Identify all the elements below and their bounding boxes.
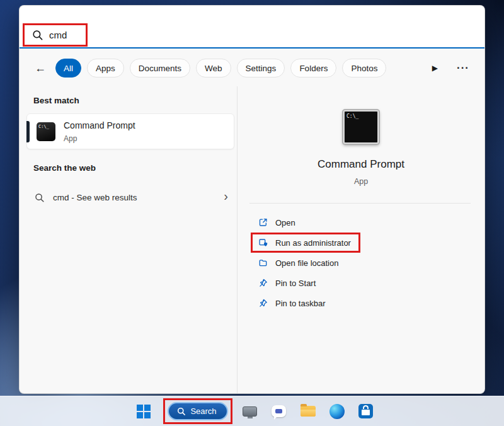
action-label: Open file location [275, 258, 338, 268]
taskbar-search-button[interactable]: Search [168, 402, 227, 420]
search-bar [20, 6, 484, 47]
command-prompt-icon-small: C:\_ [37, 122, 55, 141]
action-run-as-administrator[interactable]: Run as administrator [251, 233, 360, 253]
taskbar-icons-group: Search [134, 398, 377, 424]
action-open-file-location[interactable]: Open file location [251, 253, 348, 273]
best-match-heading: Best match [33, 96, 79, 105]
web-result-text: cmd - See web results [53, 193, 137, 202]
search-input[interactable] [49, 30, 77, 40]
tab-apps[interactable]: Apps [87, 59, 124, 78]
result-subtitle: App [64, 134, 77, 143]
search-icon [177, 407, 186, 416]
play-icon[interactable]: ▶ [432, 64, 438, 72]
tab-folders[interactable]: Folders [290, 59, 336, 78]
action-list: Open Run as administrator Open file [251, 212, 360, 313]
action-pin-to-start[interactable]: Pin to Start [251, 273, 325, 293]
search-accent-underline [20, 47, 484, 49]
back-icon[interactable]: ← [33, 62, 47, 75]
taskbar-item-file-explorer[interactable] [297, 400, 319, 423]
tab-settings[interactable]: Settings [237, 59, 285, 78]
search-web-heading: Search the web [33, 163, 96, 173]
tab-documents[interactable]: Documents [130, 59, 190, 78]
edge-icon [329, 404, 345, 419]
action-label: Run as administrator [275, 238, 351, 248]
pin-to-start-icon [258, 278, 268, 288]
result-title: Command Prompt [64, 120, 135, 130]
search-web-icon [35, 193, 45, 203]
run-as-administrator-icon [258, 238, 268, 248]
preview-pane: C:\_ Command Prompt App Open [238, 86, 484, 393]
chat-icon [272, 405, 286, 417]
annotation-box-search-query [23, 23, 88, 47]
action-label: Pin to taskbar [275, 299, 326, 308]
best-match-result[interactable]: C:\_ Command Prompt App [26, 113, 234, 149]
pin-to-taskbar-icon [258, 298, 268, 308]
taskbar-item-task-view[interactable] [239, 400, 261, 423]
filter-tabs: ← All Apps Documents Web Settings Folder… [33, 57, 386, 79]
preview-divider [249, 203, 471, 204]
taskbar-item-store[interactable] [355, 400, 377, 423]
taskbar: Search [0, 396, 504, 426]
chevron-right-icon: › [224, 189, 228, 204]
open-icon [258, 217, 268, 227]
search-icon [32, 30, 43, 41]
search-flyout-panel: ← All Apps Documents Web Settings Folder… [19, 5, 485, 394]
action-label: Open [275, 218, 295, 227]
taskbar-item-edge[interactable] [326, 400, 348, 423]
annotation-box-taskbar-search: Search [163, 398, 232, 424]
monitor-icon [243, 406, 257, 417]
windows-logo-icon [137, 405, 151, 418]
taskbar-item-chat[interactable] [268, 400, 290, 423]
web-search-result[interactable]: cmd - See web results › [26, 185, 234, 210]
action-pin-to-taskbar[interactable]: Pin to taskbar [251, 293, 335, 313]
tabs-overflow-controls: ▶ ··· [432, 57, 469, 79]
preview-subtitle: App [238, 177, 484, 186]
tab-all[interactable]: All [55, 59, 81, 78]
tab-web[interactable]: Web [196, 59, 231, 78]
open-file-location-icon [258, 258, 268, 268]
action-open[interactable]: Open [251, 212, 305, 233]
action-label: Pin to Start [275, 279, 316, 288]
command-prompt-icon-large: C:\_ [343, 110, 379, 144]
tab-photos[interactable]: Photos [342, 59, 386, 78]
store-icon [358, 404, 373, 418]
taskbar-search-label: Search [190, 406, 216, 416]
start-button[interactable] [134, 400, 157, 423]
file-explorer-icon [301, 406, 316, 417]
preview-title: Command Prompt [238, 158, 484, 171]
more-options-icon[interactable]: ··· [457, 62, 469, 74]
selection-indicator [26, 121, 30, 142]
